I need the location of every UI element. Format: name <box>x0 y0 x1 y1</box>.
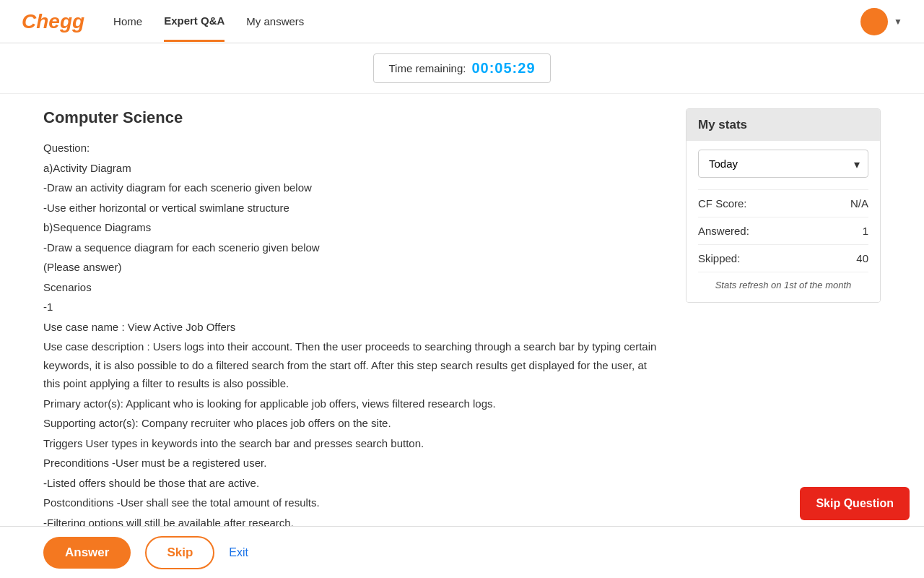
question-line: -Draw a sequence diagram for each scener… <box>43 238 657 257</box>
avatar[interactable] <box>860 8 888 35</box>
skip-question-button[interactable]: Skip Question <box>800 487 910 520</box>
question-line: Scenarios <box>43 278 657 297</box>
timer-value: 00:05:29 <box>471 60 535 77</box>
skip-button[interactable]: Skip <box>145 536 214 569</box>
main-nav: Home Expert Q&A My answers <box>113 1 304 42</box>
stats-dropdown-wrapper: Today This week This month All time <box>698 150 868 178</box>
question-line: a)Activity Diagram <box>43 159 657 178</box>
nav-my-answers[interactable]: My answers <box>246 2 304 40</box>
question-line: -Draw an activity diagram for each scene… <box>43 178 657 197</box>
skipped-label: Skipped: <box>698 252 740 264</box>
question-line: Use case name : View Active Job Offers <box>43 318 657 337</box>
stats-refresh-note: Stats refresh on 1st of the month <box>698 272 868 293</box>
question-line: (Please answer) <box>43 258 657 277</box>
stats-body: Today This week This month All time CF S… <box>687 141 880 302</box>
subject-title: Computer Science <box>43 108 657 127</box>
answer-button[interactable]: Answer <box>43 537 131 569</box>
question-line: Preconditions -User must be a registered… <box>43 454 657 473</box>
cf-score-label: CF Score: <box>698 197 747 210</box>
answered-label: Answered: <box>698 225 749 237</box>
nav-home[interactable]: Home <box>113 2 142 40</box>
question-line: -Listed offers should be those that are … <box>43 474 657 493</box>
timer-label: Time remaining: <box>388 62 466 74</box>
question-line: Primary actor(s): Applicant who is looki… <box>43 394 657 413</box>
question-line: Use case description : Users logs into t… <box>43 337 657 393</box>
logo[interactable]: Chegg <box>22 10 84 33</box>
timer-bar: Time remaining: 00:05:29 <box>0 43 924 94</box>
chevron-down-icon[interactable]: ▼ <box>894 17 902 27</box>
question-text: Question:a)Activity Diagram-Draw an acti… <box>43 139 657 578</box>
bottom-bar: Answer Skip Exit <box>0 526 924 578</box>
stats-title: My stats <box>687 109 880 141</box>
stats-card: My stats Today This week This month All … <box>686 108 881 303</box>
question-line: b)Sequence Diagrams <box>43 218 657 237</box>
cf-score-value: N/A <box>850 197 868 210</box>
header: Chegg Home Expert Q&A My answers ▼ <box>0 0 924 43</box>
answered-value: 1 <box>863 225 868 237</box>
stats-row-answered: Answered: 1 <box>698 217 868 244</box>
question-line: Postconditions -User shall see the total… <box>43 493 657 512</box>
question-line: Question: <box>43 139 657 158</box>
question-line: Supporting actor(s): Company recruiter w… <box>43 414 657 433</box>
skipped-value: 40 <box>856 252 868 264</box>
header-right: ▼ <box>860 8 902 35</box>
question-line: -1 <box>43 298 657 316</box>
stats-period-select[interactable]: Today This week This month All time <box>698 150 868 178</box>
timer-box: Time remaining: 00:05:29 <box>373 53 550 83</box>
question-line: Triggers User types in keywords into the… <box>43 434 657 453</box>
nav-expert-qa[interactable]: Expert Q&A <box>164 1 225 42</box>
main-content: Computer Science Question:a)Activity Dia… <box>0 94 924 578</box>
question-area: Computer Science Question:a)Activity Dia… <box>43 108 657 578</box>
stats-row-cf: CF Score: N/A <box>698 189 868 217</box>
exit-link[interactable]: Exit <box>229 546 248 559</box>
question-line: -Use either horizontal or vertical swiml… <box>43 199 657 217</box>
stats-row-skipped: Skipped: 40 <box>698 244 868 272</box>
